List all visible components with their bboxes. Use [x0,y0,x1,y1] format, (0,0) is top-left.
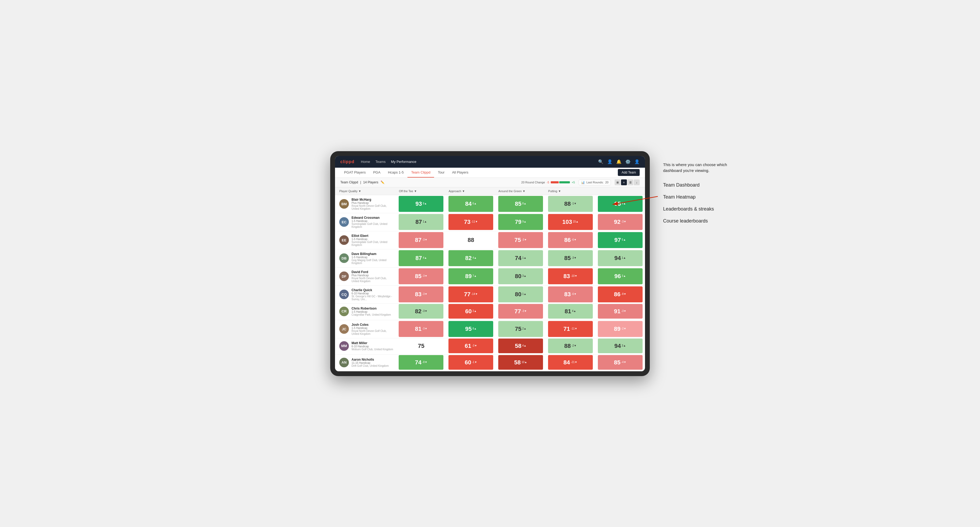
subnav-tour[interactable]: Tour [434,167,448,178]
score-box: 88-1▼ [548,196,593,212]
player-cell[interactable]: DFDavid FordPlus HandicapRoyal North Dev… [335,268,396,285]
subnav-teamclippd[interactable]: Team Clippd [407,167,434,178]
add-team-button[interactable]: Add Team [618,169,640,176]
score-value: 88 [468,237,474,243]
bell-icon[interactable]: 🔔 [616,159,622,164]
player-handicap: 1-5 Handicap [352,238,394,241]
search-icon[interactable]: 🔍 [598,159,603,164]
score-box: 89-2▼ [598,321,643,337]
score-cell: 88 [446,231,496,249]
player-cell[interactable]: DBDave Billingham1-5 HandicapGog Magog G… [335,249,396,267]
avatar: MM [339,341,349,351]
avatar: CR [339,306,349,316]
score-delta: 1▲ [522,256,526,260]
empty-cell [335,354,396,354]
score-cell: 71-11▼ [546,320,595,338]
player-cell[interactable]: CRChris Robertson1-5 HandicapCraigmillar… [335,304,396,319]
table-row: CRChris Robertson1-5 HandicapCraigmillar… [335,304,645,320]
score-value: 103 [562,219,572,225]
last-rounds[interactable]: 📊 Last Rounds: 20 [579,179,611,185]
subnav-pga[interactable]: PGA [369,167,384,178]
player-cell[interactable]: JCJosh Coles1-5 HandicapRoyal North Devo… [335,320,396,338]
player-name: Blair McHarg [352,198,394,202]
score-value: 87 [415,219,422,225]
top-nav: clippd Home Teams My Performance 🔍 👤 🔔 ⚙… [335,156,645,168]
score-box: 874▲ [399,250,444,266]
score-cell: 91-3▼ [595,304,645,319]
score-box: 824▲ [449,250,493,266]
score-delta: 5▲ [622,238,626,242]
player-club: Craigmillar Park, United Kingdom [352,313,391,316]
score-cell: 85-3▼ [396,268,446,285]
score-cell: 846▲ [446,195,496,213]
person-icon[interactable]: 👤 [607,159,612,164]
score-cell: 83-10▼ [546,268,595,285]
settings-icon[interactable]: ⚙️ [625,159,631,164]
score-cell: 74-8▼ [396,355,446,370]
score-box: 939▲ [399,196,444,212]
player-name: Dave Billingham [352,252,394,256]
score-cell: 958▲ [446,320,496,338]
table-view-icon[interactable]: ≡ [621,179,627,185]
score-value: 84 [465,200,472,207]
score-delta: -3▼ [472,344,477,348]
download-icon[interactable]: ↓ [634,179,640,185]
avatar: BM [339,199,349,209]
score-value: 89 [614,325,620,332]
empty-cell [335,370,396,371]
score-value: 61 [465,343,471,349]
score-box: 85-4▼ [598,355,643,370]
avatar-icon[interactable]: 👤 [634,159,640,164]
score-box: 814▲ [548,304,593,319]
score-box: 801▲ [498,286,543,302]
score-cell: 799▲ [496,213,546,231]
list-view-icon[interactable]: ☰ [627,179,633,185]
table-row: ECEdward Crossman1-5 HandicapSunningdale… [335,213,645,231]
player-cell[interactable]: EEElliot Ebert1-5 HandicapSunningdale Go… [335,231,396,249]
score-value: 93 [415,200,422,207]
nav-link-home[interactable]: Home [361,159,370,165]
player-name: Matt Miller [352,341,393,345]
score-box: 83-6▼ [548,286,593,302]
avatar: DB [339,253,349,263]
subnav-hcaps[interactable]: Hcaps 1-5 [384,167,407,178]
score-delta: 1▲ [522,292,526,296]
table-body: BMBlair McHargPlus HandicapRoyal North D… [335,195,645,371]
score-value: 85 [415,273,421,280]
score-value: 58 [515,343,522,349]
player-cell[interactable]: CQCharlie Quick6-10 HandicapSt. George's… [335,286,396,303]
player-cell[interactable]: ECEdward Crossman1-5 HandicapSunningdale… [335,213,396,231]
score-value: 85 [564,255,571,262]
player-cell[interactable]: MMMatt Miller6-10 HandicapWoburn Golf Cl… [335,338,396,354]
score-delta: -3▼ [422,275,428,278]
score-value: 87 [415,237,421,243]
score-box: 752▲ [498,321,543,337]
score-value: 73 [464,219,470,225]
round-change-bar [551,181,570,183]
grid-view-icon[interactable]: ⊞ [615,179,620,185]
player-cell[interactable]: ANAaron Nicholls11-15 HandicapDrift Golf… [335,355,396,370]
avatar: EE [339,235,349,245]
team-count: 14 Players [363,181,379,184]
subnav-allplayers[interactable]: All Players [448,167,472,178]
score-cell: 73-11▼ [446,213,496,231]
score-cell: 82-3▼ [396,304,446,319]
player-handicap: 1-5 Handicap [352,220,394,222]
player-name: Edward Crossman [352,216,394,220]
edit-icon[interactable]: ✏️ [380,181,385,184]
score-value: 91 [614,308,620,315]
table-row: DBDave Billingham1-5 HandicapGog Magog G… [335,249,645,268]
score-box: 943▲ [598,338,643,353]
score-delta: 8▲ [522,202,526,206]
score-box: 71-11▼ [548,321,593,337]
nav-link-myperformance[interactable]: My Performance [391,159,416,165]
subnav-pgat[interactable]: PGAT Players [340,167,369,178]
player-info: Charlie Quick6-10 HandicapSt. George's H… [352,288,394,301]
player-cell[interactable]: BMBlair McHargPlus HandicapRoyal North D… [335,195,396,213]
score-value: 77 [514,308,521,315]
player-info: David FordPlus HandicapRoyal North Devon… [352,270,394,283]
score-cell: 975▲ [595,231,645,249]
nav-link-teams[interactable]: Teams [375,159,386,165]
score-delta: 9▲ [522,220,526,224]
annotation-intro: This is where you can choose which dashb… [663,162,740,174]
